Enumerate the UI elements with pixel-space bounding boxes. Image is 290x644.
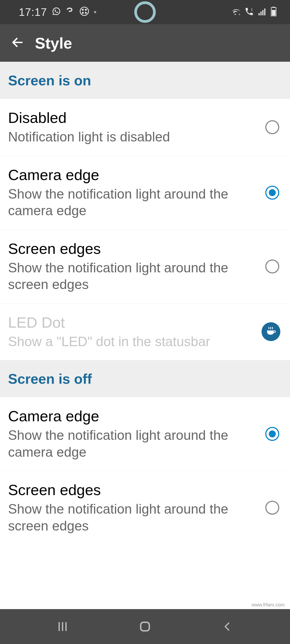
option-subtitle: Show the notification light around the s… [8,501,260,534]
svg-rect-8 [260,12,262,15]
app-icon [66,6,75,18]
navigation-bar [0,609,290,644]
signal-icon [258,7,267,17]
svg-text:1: 1 [251,8,253,12]
option-title: LED Dot [8,314,256,331]
option-title: Screen edges [8,240,260,257]
coffee-premium-icon[interactable] [262,322,280,341]
option-screen-edges-on[interactable]: Screen edges Show the notification light… [0,230,290,303]
option-title: Camera edge [8,407,260,425]
option-disabled[interactable]: Disabled Notification light is disabled [0,99,290,156]
status-time: 17:17 [19,6,47,18]
section-header-screen-off: Screen is off [0,360,290,397]
grid-icon [80,6,89,18]
svg-point-3 [82,12,84,14]
radio-icon[interactable] [265,120,279,134]
radio-icon[interactable] [265,259,279,273]
watermark: www.frfam.com [252,602,285,608]
list-screen-off: Camera edge Show the notification light … [0,397,290,544]
option-subtitle: Show the notification light around the c… [8,427,260,460]
status-bar: 17:17 • + 1 [0,0,290,24]
list-screen-on: Disabled Notification light is disabled … [0,99,290,360]
svg-rect-7 [259,13,260,16]
app-bar: Style [0,24,290,62]
svg-point-0 [80,7,89,15]
status-left: 17:17 • [19,6,97,18]
back-icon[interactable] [11,36,24,50]
svg-rect-18 [141,622,149,631]
radio-icon[interactable] [265,186,279,200]
radio-icon[interactable] [265,427,279,441]
battery-icon [271,7,277,17]
option-screen-edges-off[interactable]: Screen edges Show the notification light… [0,471,290,544]
radio-icon[interactable] [265,501,279,515]
wifi-icon: + [230,7,241,17]
svg-rect-13 [272,10,276,16]
dot-icon: • [94,8,97,17]
svg-rect-10 [264,9,265,15]
status-right: + 1 [230,7,277,17]
option-subtitle: Show the notification light around the c… [8,186,260,219]
recents-button[interactable] [55,619,71,635]
option-camera-edge-on[interactable]: Camera edge Show the notification light … [0,156,290,230]
home-button[interactable] [137,619,153,635]
section-header-screen-on: Screen is on [0,62,290,99]
camera-cutout-ring [134,1,156,23]
option-subtitle: Notification light is disabled [8,129,260,145]
whatsapp-icon [52,6,61,18]
svg-point-1 [82,9,84,10]
option-title: Camera edge [8,166,260,184]
back-button[interactable] [219,619,235,635]
option-title: Screen edges [8,481,260,499]
call-icon: 1 [244,7,254,17]
page-title: Style [35,34,72,52]
option-camera-edge-off[interactable]: Camera edge Show the notification light … [0,397,290,471]
option-led-dot[interactable]: LED Dot Show a "LED" dot in the statusba… [0,303,290,360]
svg-point-4 [85,12,87,14]
svg-point-2 [85,9,87,10]
option-subtitle: Show a "LED" dot in the statusbar [8,333,256,350]
svg-text:+: + [238,12,241,16]
option-subtitle: Show the notification light around the s… [8,259,260,293]
svg-rect-9 [262,10,263,15]
option-title: Disabled [8,109,260,126]
